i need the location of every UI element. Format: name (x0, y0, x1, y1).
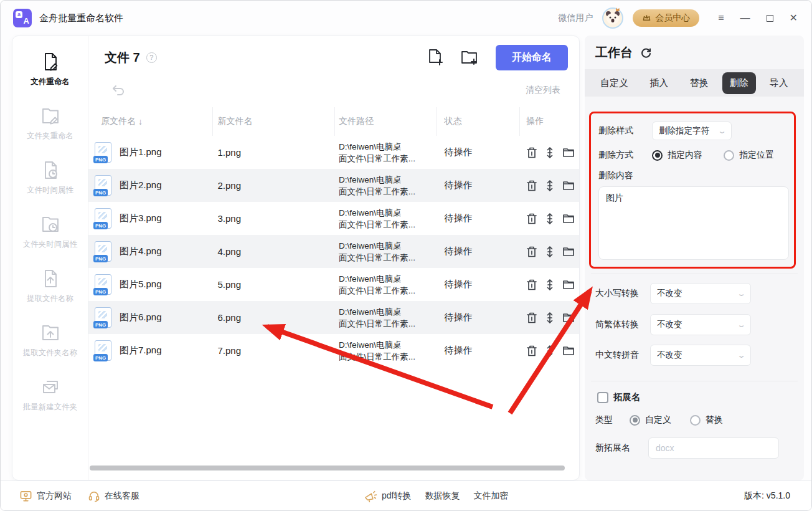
case-convert-select[interactable]: 不改变⌄ (650, 283, 751, 304)
window-controls: ≡ — ✕ (718, 13, 798, 23)
open-folder-icon[interactable] (562, 180, 575, 191)
move-row-icon[interactable] (545, 213, 554, 225)
radio-ext-custom[interactable] (630, 415, 640, 426)
data-recovery-link[interactable]: 数据恢复 (425, 490, 460, 502)
new-filename: 3.png (212, 213, 334, 224)
add-file-button[interactable] (427, 49, 443, 66)
delete-row-icon[interactable] (526, 146, 537, 159)
main-card: 文件重命名 文件夹重命名 文件时间属性 文件夹时间属性 提取文件名称 提取文件夹… (12, 36, 580, 480)
workbench-panel: 工作台 自定义 插入 替换 删除 导入 删除样式 删除指定字符 ⌄ 删除方式 指… (585, 36, 804, 480)
status-badge: 待操作 (437, 246, 521, 257)
sidebar-item-label: 提取文件夹名称 (23, 348, 78, 358)
radio-specified-position-label: 指定位置 (739, 150, 774, 161)
move-row-icon[interactable] (545, 179, 554, 192)
extract-folder-name-icon (40, 322, 61, 343)
tab-replace[interactable]: 替换 (682, 72, 715, 94)
folder-time-icon (40, 214, 61, 235)
file-encrypt-link[interactable]: 文件加密 (473, 490, 508, 502)
sidebar-item-folder-rename[interactable]: 文件夹重命名 (27, 105, 73, 141)
move-row-icon[interactable] (545, 246, 554, 258)
extension-checkbox[interactable] (597, 392, 608, 403)
open-folder-icon[interactable] (562, 312, 575, 323)
column-new-name: 新文件名 (213, 107, 335, 136)
status-badge: 待操作 (437, 146, 521, 158)
pdf-convert-link[interactable]: pdf转换 (364, 490, 411, 503)
sidebar-item-file-time[interactable]: 文件时间属性 (27, 160, 73, 196)
tab-insert[interactable]: 插入 (642, 72, 676, 94)
pinyin-convert-select[interactable]: 不改变⌄ (650, 345, 751, 366)
maximize-button[interactable] (767, 15, 773, 22)
delete-row-icon[interactable] (526, 246, 537, 258)
online-support-link[interactable]: 在线客服 (88, 490, 139, 502)
column-original-name[interactable]: 原文件名 ↓ (88, 107, 213, 136)
original-filename: 图片5.png (120, 279, 162, 290)
extension-type-label: 类型 (595, 414, 630, 426)
open-folder-icon[interactable] (562, 279, 575, 290)
pinyin-convert-label: 中文转拼音 (595, 350, 649, 361)
official-website-link[interactable]: 官方网站 (19, 490, 72, 502)
delete-mode-label: 删除方式 (598, 150, 652, 161)
move-row-icon[interactable] (545, 345, 554, 357)
member-center-button[interactable]: 会员中心 (633, 9, 699, 27)
new-filename: 1.png (212, 147, 334, 158)
move-row-icon[interactable] (545, 312, 554, 324)
sidebar-item-folder-time[interactable]: 文件夹时间属性 (23, 214, 78, 250)
table-row: PNG图片1.png 1.png D:\feiwen\电脑桌面文件\日常工作素.… (88, 136, 579, 169)
open-folder-icon[interactable] (562, 246, 575, 257)
delete-style-select[interactable]: 删除指定字符 ⌄ (652, 122, 732, 140)
chevron-down-icon: ⌄ (737, 321, 746, 329)
sidebar-item-batch-new-folder[interactable]: 批量新建文件夹 (23, 376, 78, 413)
table-row: PNG图片5.png 5.png D:\feiwen\电脑桌面文件\日常工作素.… (88, 268, 579, 301)
delete-row-icon[interactable] (526, 312, 537, 324)
help-icon[interactable]: ? (146, 52, 157, 63)
delete-row-icon[interactable] (526, 345, 537, 357)
user-avatar[interactable] (602, 7, 624, 29)
tab-delete[interactable]: 删除 (722, 72, 756, 94)
delete-row-icon[interactable] (526, 213, 537, 225)
app-window: aA 金舟批量重命名软件 微信用户 会员中心 ≡ — ✕ (0, 0, 812, 511)
sidebar-item-file-rename[interactable]: 文件重命名 (31, 51, 70, 87)
list-toolbar: 清空列表 (111, 84, 560, 97)
menu-icon[interactable]: ≡ (718, 13, 724, 23)
refresh-icon[interactable] (640, 47, 652, 59)
move-row-icon[interactable] (545, 279, 554, 291)
folder-rename-icon (40, 105, 61, 127)
sidebar-item-extract-file-name[interactable]: 提取文件名称 (27, 268, 73, 304)
tab-import[interactable]: 导入 (762, 72, 796, 94)
sidebar-item-extract-folder-name[interactable]: 提取文件夹名称 (23, 322, 78, 358)
sidebar-item-label: 文件夹时间属性 (23, 239, 78, 250)
start-rename-button[interactable]: 开始命名 (496, 45, 568, 70)
sidebar: 文件重命名 文件夹重命名 文件时间属性 文件夹时间属性 提取文件名称 提取文件夹… (12, 36, 88, 480)
delete-row-icon[interactable] (526, 179, 537, 192)
sidebar-item-label: 文件重命名 (31, 77, 70, 87)
crown-icon (642, 14, 651, 22)
monitor-icon (19, 490, 32, 502)
minimize-button[interactable]: — (740, 13, 750, 23)
delete-row-icon[interactable] (526, 279, 537, 291)
radio-ext-custom-label: 自定义 (645, 414, 671, 426)
radio-specified-content[interactable] (652, 150, 663, 161)
open-folder-icon[interactable] (562, 213, 575, 224)
horizontal-scrollbar[interactable] (90, 466, 565, 470)
sort-down-icon[interactable]: ↓ (138, 117, 143, 127)
close-button[interactable]: ✕ (790, 13, 798, 23)
delete-content-label: 删除内容 (598, 170, 652, 181)
tab-custom[interactable]: 自定义 (593, 72, 636, 94)
table-row: PNG图片7.png 7.png D:\feiwen\电脑桌面文件\日常工作素.… (88, 334, 579, 367)
add-folder-button[interactable] (461, 49, 478, 65)
undo-icon[interactable] (111, 84, 126, 97)
file-path: D:\feiwen\电脑桌面文件\日常工作素... (339, 306, 415, 330)
delete-style-label: 删除样式 (598, 125, 652, 136)
clear-list-button[interactable]: 清空列表 (526, 85, 560, 96)
open-folder-icon[interactable] (562, 147, 575, 158)
move-row-icon[interactable] (545, 146, 554, 159)
delete-content-textarea[interactable]: 图片 (598, 186, 789, 260)
open-folder-icon[interactable] (562, 345, 575, 356)
new-extension-input[interactable] (648, 437, 779, 459)
simplified-traditional-select[interactable]: 不改变⌄ (650, 314, 751, 335)
radio-ext-replace[interactable] (690, 415, 701, 426)
radio-specified-position[interactable] (724, 150, 734, 161)
png-file-icon: PNG (95, 175, 111, 196)
sidebar-item-label: 批量新建文件夹 (23, 402, 78, 413)
new-filename: 5.png (212, 279, 334, 290)
